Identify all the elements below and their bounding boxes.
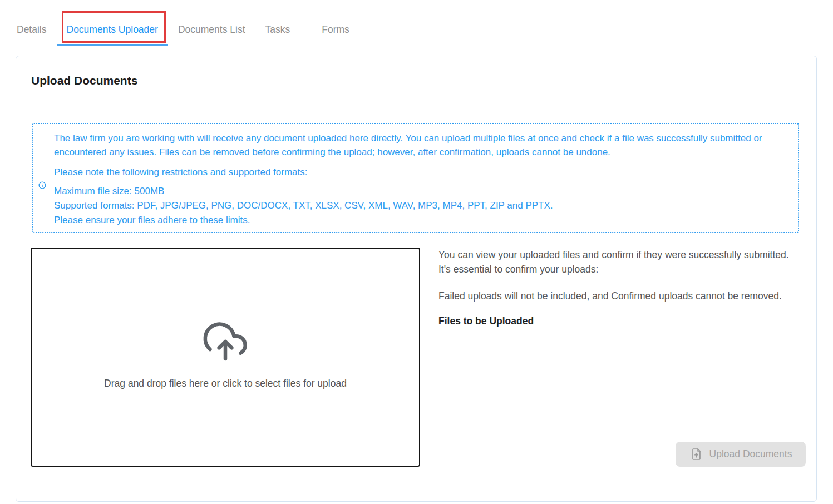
tab-strip-divider xyxy=(6,46,395,46)
upload-notice-box: The law firm you are working with will r… xyxy=(32,123,799,233)
notice-paragraph: The law firm you are working with will r… xyxy=(54,131,785,159)
side-panel: You can view your uploaded files and con… xyxy=(438,248,806,467)
tab-details[interactable]: Details xyxy=(17,24,47,46)
side-paragraph-1: You can view your uploaded files and con… xyxy=(438,248,795,276)
side-paragraph-2: Failed uploads will not be included, and… xyxy=(438,289,795,303)
notice-max-file-size: Maximum file size: 500MB xyxy=(54,184,785,199)
tab-documents-uploader[interactable]: Documents Uploader xyxy=(67,24,158,46)
tab-strip: Details Documents Uploader Documents Lis… xyxy=(0,0,833,46)
info-icon xyxy=(38,181,46,189)
card-header: Upload Documents xyxy=(16,56,816,106)
page-title: Upload Documents xyxy=(31,74,801,87)
notice-restrictions-intro: Please note the following restrictions a… xyxy=(54,165,785,179)
tab-forms[interactable]: Forms xyxy=(322,24,349,46)
cloud-upload-icon xyxy=(201,320,250,363)
upload-documents-button[interactable]: Upload Documents xyxy=(676,442,806,467)
file-upload-icon xyxy=(689,447,703,461)
notice-adhere: Please ensure your files adhere to these… xyxy=(54,213,785,228)
tab-documents-uploader-label: Documents Uploader xyxy=(67,24,158,35)
dropzone-label: Drag and drop files here or click to sel… xyxy=(104,378,347,389)
notice-supported-formats: Supported formats: PDF, JPG/JPEG, PNG, D… xyxy=(54,199,785,213)
files-to-be-uploaded-heading: Files to be Uploaded xyxy=(438,315,806,327)
content-columns: Drag and drop files here or click to sel… xyxy=(31,248,806,467)
upload-documents-button-label: Upload Documents xyxy=(709,448,792,460)
tab-tasks[interactable]: Tasks xyxy=(265,24,290,46)
upload-documents-card: Upload Documents The law firm you are wo… xyxy=(16,56,817,502)
tab-documents-list[interactable]: Documents List xyxy=(178,24,245,46)
file-dropzone[interactable]: Drag and drop files here or click to sel… xyxy=(31,248,420,467)
